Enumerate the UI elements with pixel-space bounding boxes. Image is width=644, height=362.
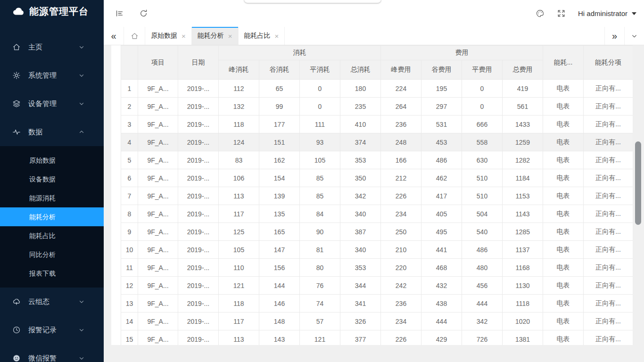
column-header: 日期: [178, 46, 219, 80]
user-menu[interactable]: Hi administrator: [578, 9, 636, 17]
tabs-menu-button[interactable]: [624, 27, 644, 45]
sidebar-item-system-mgmt[interactable]: 系统管理: [0, 61, 104, 90]
sidebar-item-data[interactable]: 数据: [0, 118, 104, 146]
table-row[interactable]: 139F_A...2019-...11814674341236438444111…: [121, 295, 633, 313]
cell: 99: [259, 98, 300, 115]
close-icon[interactable]: ×: [228, 32, 232, 40]
tab-consumption-ratio[interactable]: 能耗占比×: [239, 27, 285, 45]
cell: 342: [340, 187, 381, 205]
cell: 电表: [543, 187, 584, 205]
tabs-scroll-right-button[interactable]: »: [604, 27, 624, 45]
table-row[interactable]: 99F_A...2019-...125165903872504955401285…: [121, 223, 633, 241]
cell: 441: [421, 241, 462, 259]
cell: 电表: [543, 330, 584, 346]
sidebar-item-alarm-records[interactable]: 报警记录: [0, 316, 104, 344]
table-row[interactable]: 79F_A...2019-...113139853422264175101153…: [121, 187, 633, 205]
sidebar-subitem-yoy-analysis[interactable]: 同比分析: [0, 245, 104, 264]
table-row[interactable]: 159F_A...2019-...11314312137722642972613…: [121, 330, 633, 346]
table-row[interactable]: 29F_A...2019-...1329902352642970561电表正向有…: [121, 98, 633, 115]
close-icon[interactable]: ×: [275, 32, 279, 40]
palette-icon[interactable]: [536, 9, 545, 18]
cell: 234: [381, 313, 421, 330]
cell: 456: [462, 277, 503, 295]
cell: 7: [121, 187, 138, 205]
top-header: Hi administrator: [104, 0, 644, 27]
table-row[interactable]: 149F_A...2019-...11714857326234444342102…: [121, 313, 633, 330]
cell: 1: [121, 80, 138, 98]
sidebar-subitem-energy-consumption[interactable]: 能源消耗: [0, 189, 104, 207]
cell: 电表: [543, 313, 584, 330]
cell: 9F_A...: [138, 295, 178, 313]
cell: 12: [121, 277, 138, 295]
gear-icon: [12, 71, 21, 80]
tabs-scroll-left-button[interactable]: «: [104, 27, 124, 45]
column-header: 总费用: [503, 60, 543, 80]
cell: 326: [340, 313, 381, 330]
table-row[interactable]: 49F_A...2019-...124151933742484535581259…: [121, 133, 633, 151]
cell: 453: [421, 133, 462, 151]
cell: 9F_A...: [138, 313, 178, 330]
cell: 1168: [503, 259, 543, 277]
header-left-actions: [115, 0, 148, 27]
table-row[interactable]: 89F_A...2019-...117135843402344055041143…: [121, 205, 633, 223]
cell: 342: [462, 313, 503, 330]
fullscreen-icon[interactable]: [557, 9, 566, 18]
sidebar-subitem-device-data[interactable]: 设备数据: [0, 170, 104, 189]
cell: 234: [381, 205, 421, 223]
sidebar-nav: 主页系统管理设备管理数据原始数据设备数据能源消耗能耗分析能耗占比同比分析报表下载…: [0, 33, 104, 362]
tab-raw-data[interactable]: 原始数据×: [145, 27, 192, 45]
table-row[interactable]: 119F_A...2019-...11015680353220468480116…: [121, 259, 633, 277]
cell: 电表: [543, 169, 584, 187]
tab-bar: « 原始数据×能耗分析×能耗占比× »: [104, 27, 644, 45]
cell: 2019-...: [178, 330, 219, 346]
cell: 135: [259, 205, 300, 223]
close-icon[interactable]: ×: [182, 32, 186, 40]
sidebar-subitem-consumption-analysis[interactable]: 能耗分析: [0, 207, 104, 226]
cell: 2: [121, 98, 138, 115]
sidebar-subitem-report-download[interactable]: 报表下载: [0, 264, 104, 283]
cell: 1381: [503, 330, 543, 346]
refresh-icon[interactable]: [139, 9, 148, 18]
caret-down-icon: [632, 12, 636, 15]
column-header: 谷费用: [421, 60, 462, 80]
cell: 165: [259, 223, 300, 241]
table-row[interactable]: 39F_A...2019-...118177111410236531666143…: [121, 115, 633, 133]
cell: 113: [219, 330, 259, 346]
cell: 15: [121, 330, 138, 346]
cell: 1137: [503, 241, 543, 259]
cell: 57: [300, 313, 340, 330]
tab-home[interactable]: [124, 27, 145, 45]
cell: 105: [300, 151, 340, 169]
cell: 264: [381, 98, 421, 115]
cell: 212: [381, 169, 421, 187]
chevron-up-icon: [78, 129, 85, 135]
cell: 85: [300, 169, 340, 187]
sidebar-item-cloud-scada[interactable]: 云组态: [0, 288, 104, 316]
column-header: 费用: [381, 46, 543, 60]
table-row[interactable]: 109F_A...2019-...10514781340210441486113…: [121, 241, 633, 259]
menu-fold-icon[interactable]: [115, 9, 124, 18]
cell: 125: [219, 223, 259, 241]
cell: 2019-...: [178, 151, 219, 169]
cell: 9F_A...: [138, 169, 178, 187]
table-row[interactable]: 19F_A...2019-...1126501802241950419电表正向有…: [121, 80, 633, 98]
table-row[interactable]: 69F_A...2019-...106154853502124625101184…: [121, 169, 633, 187]
table-row[interactable]: 129F_A...2019-...12114476344242432456113…: [121, 277, 633, 295]
cell: 121: [219, 277, 259, 295]
sidebar-subitem-raw-data[interactable]: 原始数据: [0, 151, 104, 170]
cell: 1433: [503, 115, 543, 133]
sidebar-subitem-consumption-ratio[interactable]: 能耗占比: [0, 226, 104, 245]
layers-icon: [12, 99, 21, 108]
column-header: 峰费用: [381, 60, 421, 80]
sidebar-item-home[interactable]: 主页: [0, 33, 104, 61]
vertical-scrollbar-thumb[interactable]: [635, 141, 641, 225]
sidebar-item-wechat-alarm[interactable]: 微信报警: [0, 344, 104, 362]
cell: 2019-...: [178, 98, 219, 115]
tab-consumption-analysis[interactable]: 能耗分析×: [192, 27, 239, 45]
cell: 410: [340, 115, 381, 133]
sidebar-item-device-mgmt[interactable]: 设备管理: [0, 90, 104, 118]
cell: 9F_A...: [138, 241, 178, 259]
table-row[interactable]: 59F_A...2019-...831621053531664866301282…: [121, 151, 633, 169]
cell: 242: [381, 277, 421, 295]
cell: 电表: [543, 205, 584, 223]
